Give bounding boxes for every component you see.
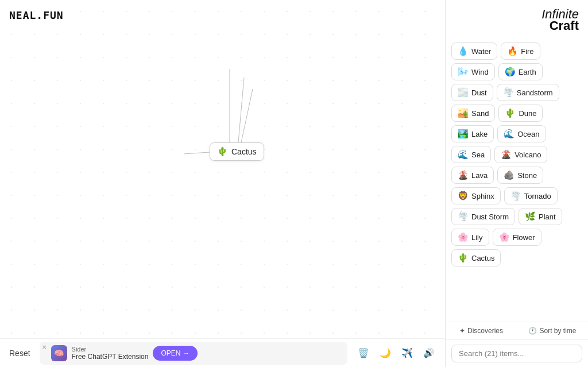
cactus-label: Cactus xyxy=(471,254,494,262)
fire-label: Fire xyxy=(521,47,533,56)
item-sphinx[interactable]: 🦁Sphinx xyxy=(451,187,501,204)
ad-content: Sider Free ChatGPT Extension xyxy=(72,346,149,361)
item-lily[interactable]: 🌸Lily xyxy=(451,229,489,246)
sandstorm-emoji: 🌪️ xyxy=(503,87,514,98)
flower-emoji: 🌸 xyxy=(499,232,510,242)
sand-label: Sand xyxy=(471,109,489,118)
lake-emoji: 🏞️ xyxy=(458,129,469,139)
earth-label: Earth xyxy=(519,68,536,76)
sea-emoji: 🌊 xyxy=(458,149,469,160)
item-wind[interactable]: 🌬️Wind xyxy=(451,63,495,80)
right-panel: Infinite Craft 💧Water🔥Fire🌬️Wind🌍Earth🌫️… xyxy=(445,0,588,367)
item-cactus[interactable]: 🌵Cactus xyxy=(451,249,501,266)
cactus-emoji: 🌵 xyxy=(217,146,228,157)
fire-emoji: 🔥 xyxy=(507,46,518,56)
ad-icon: 🧠 xyxy=(51,345,67,361)
item-dune[interactable]: 🌵Dune xyxy=(498,105,543,122)
item-lake[interactable]: 🏞️Lake xyxy=(451,125,494,142)
tornado-emoji: 🌪️ xyxy=(510,191,521,201)
item-dust-storm[interactable]: 🌪️Dust Storm xyxy=(451,208,515,225)
water-emoji: 💧 xyxy=(458,46,469,56)
dune-label: Dune xyxy=(519,109,536,118)
volcano-emoji: 🌋 xyxy=(501,149,512,160)
search-input[interactable] xyxy=(451,345,582,362)
app-logo: Infinite Craft xyxy=(541,7,579,33)
item-plant[interactable]: 🌿Plant xyxy=(519,208,562,225)
sandstorm-label: Sandstorm xyxy=(517,88,553,97)
panel-bottom: ✦ Discoveries 🕐 Sort by time xyxy=(446,322,588,367)
ocean-emoji: 🌊 xyxy=(504,129,514,139)
item-ocean[interactable]: 🌊Ocean xyxy=(497,125,546,142)
flower-label: Flower xyxy=(513,233,535,242)
item-fire[interactable]: 🔥Fire xyxy=(501,43,540,60)
bottom-icons: 🗑️ 🌙 ✈️ 🔊 xyxy=(357,346,436,360)
lily-emoji: 🌸 xyxy=(458,232,469,242)
share-button[interactable]: ✈️ xyxy=(400,346,414,360)
tab-discoveries[interactable]: ✦ Discoveries xyxy=(446,322,517,339)
svg-line-1 xyxy=(238,78,244,142)
logo: NEAL.FUN xyxy=(9,9,64,21)
items-grid: 💧Water🔥Fire🌬️Wind🌍Earth🌫️Dust🌪️Sandstorm… xyxy=(446,38,588,322)
cactus-element[interactable]: 🌵 Cactus xyxy=(210,142,264,161)
sort-label: Sort by time xyxy=(539,327,576,335)
tab-sort[interactable]: 🕐 Sort by time xyxy=(517,322,588,339)
earth-emoji: 🌍 xyxy=(505,67,516,77)
item-stone[interactable]: 🪨Stone xyxy=(497,167,543,184)
cactus-label: Cactus xyxy=(231,147,257,156)
sea-label: Sea xyxy=(471,150,485,159)
discoveries-icon: ✦ xyxy=(459,327,465,335)
sand-emoji: 🏜️ xyxy=(458,108,469,118)
dust-storm-label: Dust Storm xyxy=(471,213,509,221)
item-earth[interactable]: 🌍Earth xyxy=(498,63,543,80)
search-row xyxy=(446,340,588,367)
dust-emoji: 🌫️ xyxy=(458,87,469,98)
ad-brand: Sider xyxy=(72,346,149,353)
lava-emoji: 🌋 xyxy=(458,170,469,180)
bottom-bar: Reset ✕ 🧠 Sider Free ChatGPT Extension O… xyxy=(0,338,445,367)
tornado-label: Tornado xyxy=(524,192,551,200)
svg-line-3 xyxy=(184,152,210,154)
canvas-area[interactable]: NEAL.FUN 🌵 Cactus Reset ✕ 🧠 Sider Free C… xyxy=(0,0,445,367)
plant-label: Plant xyxy=(539,213,556,221)
reset-button[interactable]: Reset xyxy=(9,349,30,358)
item-sea[interactable]: 🌊Sea xyxy=(451,146,491,163)
item-tornado[interactable]: 🌪️Tornado xyxy=(504,187,558,204)
panel-header: Infinite Craft xyxy=(446,0,588,38)
dune-emoji: 🌵 xyxy=(505,108,516,118)
sound-button[interactable]: 🔊 xyxy=(422,346,436,360)
svg-line-2 xyxy=(241,89,253,142)
lava-label: Lava xyxy=(471,171,488,180)
item-flower[interactable]: 🌸Flower xyxy=(493,229,541,246)
wind-label: Wind xyxy=(471,68,489,76)
dust-storm-emoji: 🌪️ xyxy=(458,211,469,222)
ad-title: Free ChatGPT Extension xyxy=(72,353,149,361)
stone-label: Stone xyxy=(517,171,537,180)
item-lava[interactable]: 🌋Lava xyxy=(451,167,494,184)
stone-emoji: 🪨 xyxy=(504,170,514,180)
wind-emoji: 🌬️ xyxy=(458,67,469,77)
lily-label: Lily xyxy=(471,233,483,242)
ad-open-button[interactable]: OPEN → xyxy=(153,346,197,361)
discoveries-label: Discoveries xyxy=(467,327,503,335)
ocean-label: Ocean xyxy=(517,130,539,138)
trash-button[interactable]: 🗑️ xyxy=(357,346,370,360)
lake-label: Lake xyxy=(471,130,488,138)
volcano-label: Volcano xyxy=(514,150,541,159)
sort-icon: 🕐 xyxy=(528,327,537,335)
panel-tabs: ✦ Discoveries 🕐 Sort by time xyxy=(446,322,588,340)
ad-banner: ✕ 🧠 Sider Free ChatGPT Extension OPEN → xyxy=(40,342,347,365)
dust-label: Dust xyxy=(471,88,487,97)
sphinx-label: Sphinx xyxy=(471,192,494,200)
canvas-lines xyxy=(0,0,445,367)
item-volcano[interactable]: 🌋Volcano xyxy=(494,146,547,163)
water-label: Water xyxy=(471,47,491,56)
moon-button[interactable]: 🌙 xyxy=(378,346,392,360)
item-water[interactable]: 💧Water xyxy=(451,43,497,60)
ad-close-button[interactable]: ✕ xyxy=(42,344,47,350)
item-sand[interactable]: 🏜️Sand xyxy=(451,105,495,122)
cactus-emoji: 🌵 xyxy=(458,253,469,263)
sphinx-emoji: 🦁 xyxy=(458,191,469,201)
plant-emoji: 🌿 xyxy=(525,211,536,222)
item-dust[interactable]: 🌫️Dust xyxy=(451,84,493,101)
item-sandstorm[interactable]: 🌪️Sandstorm xyxy=(497,84,559,101)
